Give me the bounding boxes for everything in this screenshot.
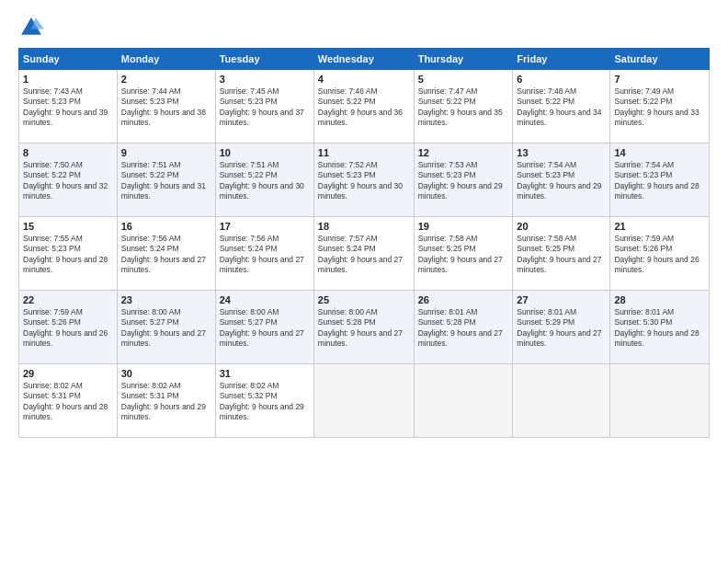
day-number: 16 (121, 221, 211, 232)
calendar-cell (414, 364, 513, 438)
calendar-cell: 1 Sunrise: 7:43 AMSunset: 5:23 PMDayligh… (19, 70, 118, 144)
calendar-cell: 7 Sunrise: 7:49 AMSunset: 5:22 PMDayligh… (610, 70, 710, 144)
calendar-cell: 2 Sunrise: 7:44 AMSunset: 5:23 PMDayligh… (117, 70, 215, 144)
day-info: Sunrise: 7:52 AMSunset: 5:23 PMDaylight:… (318, 160, 410, 202)
day-number: 15 (23, 221, 113, 232)
day-info: Sunrise: 7:56 AMSunset: 5:24 PMDaylight:… (121, 234, 211, 276)
day-number: 14 (614, 147, 705, 158)
day-info: Sunrise: 8:01 AMSunset: 5:30 PMDaylight:… (614, 307, 705, 350)
calendar-cell: 15 Sunrise: 7:55 AMSunset: 5:23 PMDaylig… (19, 217, 118, 291)
day-number: 21 (614, 221, 705, 232)
calendar-cell: 20 Sunrise: 7:58 AMSunset: 5:25 PMDaylig… (513, 217, 610, 291)
day-number: 29 (23, 368, 113, 379)
calendar-cell: 25 Sunrise: 8:00 AMSunset: 5:28 PMDaylig… (313, 291, 414, 364)
calendar-cell: 9 Sunrise: 7:51 AMSunset: 5:22 PMDayligh… (117, 144, 215, 217)
day-info: Sunrise: 7:43 AMSunset: 5:23 PMDaylight:… (23, 86, 113, 129)
calendar-cell: 26 Sunrise: 8:01 AMSunset: 5:28 PMDaylig… (414, 291, 513, 364)
day-number: 22 (23, 294, 113, 305)
weekday-header: Wednesday (313, 49, 414, 70)
logo-icon (18, 15, 44, 40)
day-info: Sunrise: 8:01 AMSunset: 5:29 PMDaylight:… (517, 307, 606, 350)
day-info: Sunrise: 7:56 AMSunset: 5:24 PMDaylight:… (220, 234, 310, 276)
weekday-header: Sunday (19, 49, 118, 70)
day-number: 19 (418, 221, 509, 232)
weekday-header: Friday (513, 49, 610, 70)
day-number: 2 (121, 74, 211, 85)
day-info: Sunrise: 7:50 AMSunset: 5:22 PMDaylight:… (23, 160, 113, 202)
day-number: 13 (517, 147, 606, 158)
calendar-cell: 3 Sunrise: 7:45 AMSunset: 5:23 PMDayligh… (215, 70, 313, 144)
day-info: Sunrise: 8:00 AMSunset: 5:27 PMDaylight:… (220, 307, 310, 350)
day-info: Sunrise: 8:02 AMSunset: 5:31 PMDaylight:… (121, 381, 211, 423)
day-number: 1 (23, 74, 113, 85)
day-number: 30 (121, 368, 211, 379)
calendar-cell: 11 Sunrise: 7:52 AMSunset: 5:23 PMDaylig… (313, 144, 414, 217)
calendar-cell: 14 Sunrise: 7:54 AMSunset: 5:23 PMDaylig… (610, 144, 710, 217)
day-info: Sunrise: 8:00 AMSunset: 5:28 PMDaylight:… (318, 307, 410, 350)
calendar-header: SundayMondayTuesdayWednesdayThursdayFrid… (19, 49, 710, 70)
day-info: Sunrise: 7:49 AMSunset: 5:22 PMDaylight:… (614, 86, 705, 129)
calendar-cell: 18 Sunrise: 7:57 AMSunset: 5:24 PMDaylig… (313, 217, 414, 291)
calendar-cell: 4 Sunrise: 7:46 AMSunset: 5:22 PMDayligh… (313, 70, 414, 144)
page: SundayMondayTuesdayWednesdayThursdayFrid… (0, 0, 728, 563)
calendar-cell (313, 364, 414, 438)
day-number: 28 (614, 294, 705, 305)
weekday-header: Thursday (414, 49, 513, 70)
calendar-cell: 8 Sunrise: 7:50 AMSunset: 5:22 PMDayligh… (19, 144, 118, 217)
day-number: 8 (23, 147, 113, 158)
day-number: 25 (318, 294, 410, 305)
day-number: 24 (220, 294, 310, 305)
calendar-cell: 21 Sunrise: 7:59 AMSunset: 5:26 PMDaylig… (610, 217, 710, 291)
calendar-week: 29 Sunrise: 8:02 AMSunset: 5:31 PMDaylig… (19, 364, 710, 438)
calendar-cell: 23 Sunrise: 8:00 AMSunset: 5:27 PMDaylig… (117, 291, 215, 364)
day-info: Sunrise: 8:02 AMSunset: 5:32 PMDaylight:… (220, 381, 310, 423)
day-info: Sunrise: 7:51 AMSunset: 5:22 PMDaylight:… (121, 160, 211, 202)
calendar: SundayMondayTuesdayWednesdayThursdayFrid… (18, 48, 710, 438)
calendar-cell: 16 Sunrise: 7:56 AMSunset: 5:24 PMDaylig… (117, 217, 215, 291)
day-number: 12 (418, 147, 509, 158)
day-number: 20 (517, 221, 606, 232)
calendar-cell: 22 Sunrise: 7:59 AMSunset: 5:26 PMDaylig… (19, 291, 118, 364)
weekday-header: Tuesday (215, 49, 313, 70)
day-number: 23 (121, 294, 211, 305)
day-info: Sunrise: 7:45 AMSunset: 5:23 PMDaylight:… (220, 86, 310, 129)
day-number: 9 (121, 147, 211, 158)
day-info: Sunrise: 7:44 AMSunset: 5:23 PMDaylight:… (121, 86, 211, 129)
calendar-cell: 29 Sunrise: 8:02 AMSunset: 5:31 PMDaylig… (19, 364, 118, 438)
day-info: Sunrise: 7:58 AMSunset: 5:25 PMDaylight:… (418, 234, 509, 276)
day-info: Sunrise: 7:55 AMSunset: 5:23 PMDaylight:… (23, 234, 113, 276)
calendar-cell: 31 Sunrise: 8:02 AMSunset: 5:32 PMDaylig… (215, 364, 313, 438)
calendar-cell: 30 Sunrise: 8:02 AMSunset: 5:31 PMDaylig… (117, 364, 215, 438)
day-info: Sunrise: 8:02 AMSunset: 5:31 PMDaylight:… (23, 381, 113, 423)
day-info: Sunrise: 7:58 AMSunset: 5:25 PMDaylight:… (517, 234, 606, 276)
weekday-header: Monday (117, 49, 215, 70)
calendar-cell: 13 Sunrise: 7:54 AMSunset: 5:23 PMDaylig… (513, 144, 610, 217)
calendar-cell: 28 Sunrise: 8:01 AMSunset: 5:30 PMDaylig… (610, 291, 710, 364)
calendar-cell: 5 Sunrise: 7:47 AMSunset: 5:22 PMDayligh… (414, 70, 513, 144)
day-info: Sunrise: 7:47 AMSunset: 5:22 PMDaylight:… (418, 86, 509, 129)
day-info: Sunrise: 7:53 AMSunset: 5:23 PMDaylight:… (418, 160, 509, 202)
calendar-week: 15 Sunrise: 7:55 AMSunset: 5:23 PMDaylig… (19, 217, 710, 291)
day-info: Sunrise: 7:59 AMSunset: 5:26 PMDaylight:… (23, 307, 113, 350)
day-info: Sunrise: 8:00 AMSunset: 5:27 PMDaylight:… (121, 307, 211, 350)
day-info: Sunrise: 7:46 AMSunset: 5:22 PMDaylight:… (318, 86, 410, 129)
calendar-body: 1 Sunrise: 7:43 AMSunset: 5:23 PMDayligh… (19, 70, 710, 438)
day-number: 6 (517, 74, 606, 85)
logo (18, 15, 48, 40)
calendar-cell (610, 364, 710, 438)
weekday-header: Saturday (610, 49, 710, 70)
calendar-cell: 10 Sunrise: 7:51 AMSunset: 5:22 PMDaylig… (215, 144, 313, 217)
calendar-week: 22 Sunrise: 7:59 AMSunset: 5:26 PMDaylig… (19, 291, 710, 364)
day-number: 26 (418, 294, 509, 305)
day-number: 11 (318, 147, 410, 158)
calendar-week: 8 Sunrise: 7:50 AMSunset: 5:22 PMDayligh… (19, 144, 710, 217)
day-number: 27 (517, 294, 606, 305)
day-number: 4 (318, 74, 410, 85)
weekday-row: SundayMondayTuesdayWednesdayThursdayFrid… (19, 49, 710, 70)
calendar-cell: 19 Sunrise: 7:58 AMSunset: 5:25 PMDaylig… (414, 217, 513, 291)
calendar-cell: 12 Sunrise: 7:53 AMSunset: 5:23 PMDaylig… (414, 144, 513, 217)
day-info: Sunrise: 7:54 AMSunset: 5:23 PMDaylight:… (614, 160, 705, 202)
day-number: 3 (220, 74, 310, 85)
day-info: Sunrise: 7:57 AMSunset: 5:24 PMDaylight:… (318, 234, 410, 276)
calendar-cell (513, 364, 610, 438)
